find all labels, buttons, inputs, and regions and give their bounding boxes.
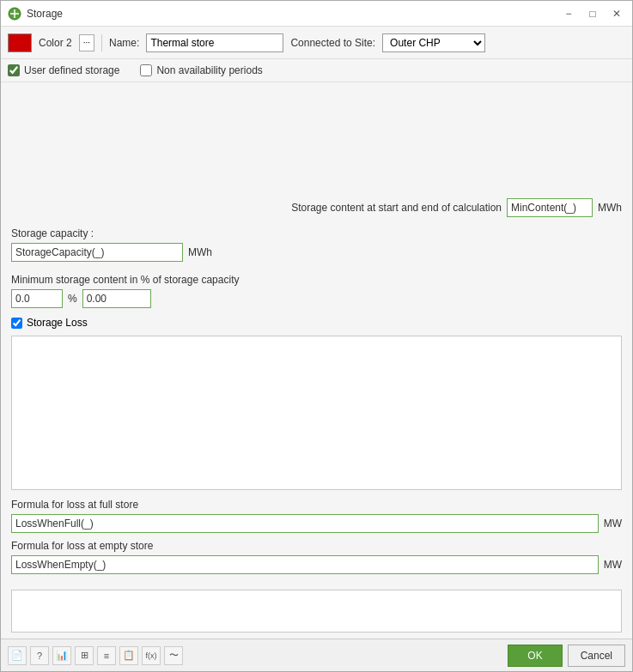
formula-empty-input[interactable] [11,555,599,574]
cancel-button[interactable]: Cancel [568,645,625,667]
percent-row: % [11,289,622,308]
percent-unit: % [68,293,77,305]
storage-capacity-label: Storage capacity : [11,227,622,239]
grid-icon: ⊞ [81,650,88,661]
grid-icon-button[interactable]: ⊞ [75,646,94,665]
percent-input[interactable] [11,289,63,308]
bottom-icons: 📄 ? 📊 ⊞ ≡ 📋 f(x) 〜 [8,646,183,665]
storage-capacity-unit: MWh [188,246,212,258]
name-input[interactable] [146,33,283,52]
min-storage-label: Minimum storage content in % of storage … [11,274,622,286]
wave-icon: 〜 [169,649,179,662]
formula-icon-button[interactable]: f(x) [142,646,161,665]
title-bar: Storage − □ ✕ [1,1,632,27]
list-icon: ≡ [104,651,109,661]
min-storage-section: Minimum storage content in % of storage … [1,272,632,313]
notes-textarea[interactable] [11,590,622,633]
non-availability-label: Non availability periods [156,64,262,76]
formula-full-unit: MW [604,518,622,530]
non-availability-item: Non availability periods [140,64,262,76]
main-content: Storage content at start and end of calc… [1,82,632,639]
storage-capacity-section: Storage capacity : MWh [1,222,632,272]
formula-empty-row: MW [11,555,622,574]
new-icon-button[interactable]: 📄 [8,646,27,665]
site-select[interactable]: Outer CHP [382,33,485,52]
storage-content-unit: MWh [598,202,622,214]
help-icon-button[interactable]: ? [30,646,49,665]
storage-icon [8,7,21,21]
new-icon: 📄 [11,650,23,661]
minimize-button[interactable]: − [560,5,577,22]
formula-empty-unit: MW [604,559,622,571]
storage-window: Storage − □ ✕ Color 2 ··· Name: Connecte… [0,0,633,672]
name-label: Name: [109,37,139,49]
ok-button[interactable]: OK [508,645,562,667]
window-title: Storage [27,8,63,20]
copy-icon: 📋 [123,650,135,661]
spacer-area [1,82,632,193]
copy-icon-button[interactable]: 📋 [119,646,138,665]
site-label: Connected to Site: [290,37,375,49]
loss-section-box [11,336,622,490]
formula-full-row: MW [11,514,622,533]
title-bar-left: Storage [8,7,63,21]
storage-content-row: Storage content at start and end of calc… [1,193,632,222]
storage-content-label: Storage content at start and end of calc… [291,202,502,214]
maximize-button[interactable]: □ [584,5,601,22]
user-defined-label: User defined storage [24,64,119,76]
user-defined-storage-item: User defined storage [8,64,119,76]
toolbar-separator [101,34,102,51]
wave-icon-button[interactable]: 〜 [164,646,183,665]
storage-capacity-input[interactable] [11,243,183,262]
checkbox-row: User defined storage Non availability pe… [1,59,632,82]
non-availability-checkbox[interactable] [140,64,152,76]
bottom-toolbar: 📄 ? 📊 ⊞ ≡ 📋 f(x) 〜 O [1,639,632,671]
title-bar-controls: − □ ✕ [560,5,625,22]
chart-icon: 📊 [56,650,68,661]
second-value-input[interactable] [82,289,151,308]
close-button[interactable]: ✕ [608,5,625,22]
user-defined-checkbox[interactable] [8,64,20,76]
notes-section [1,590,632,635]
color-label: Color 2 [39,37,72,49]
color-dots-button[interactable]: ··· [79,34,94,51]
list-icon-button[interactable]: ≡ [97,646,116,665]
storage-loss-section: Storage Loss [1,313,632,332]
formula-full-section: Formula for loss at full store MW Formul… [1,493,632,586]
chart-icon-button[interactable]: 📊 [52,646,71,665]
bottom-actions: OK Cancel [508,645,625,667]
storage-loss-label: Storage Loss [27,317,88,329]
formula-full-input[interactable] [11,514,599,533]
toolbar-row: Color 2 ··· Name: Connected to Site: Out… [1,27,632,59]
help-icon: ? [37,651,42,661]
color-swatch[interactable] [8,33,32,52]
formula-icon: f(x) [146,651,157,660]
formula-empty-label: Formula for loss at empty store [11,540,622,552]
formula-full-label: Formula for loss at full store [11,499,622,511]
storage-capacity-row: MWh [11,243,622,262]
min-content-input[interactable] [507,198,593,217]
storage-loss-checkbox[interactable] [11,318,22,329]
